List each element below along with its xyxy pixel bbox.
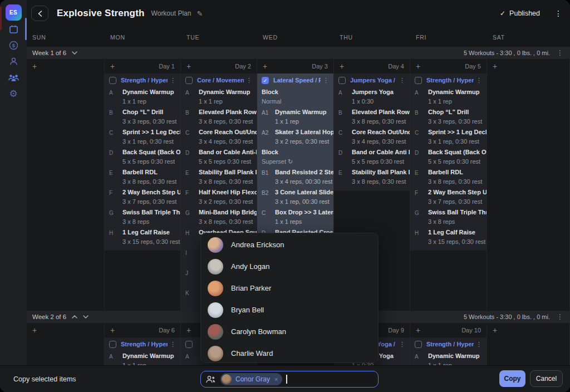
kebab-menu-icon[interactable]: ⋮ (474, 77, 482, 84)
workout-card[interactable]: ✓Lateral Speed / Plyo⋮BlockNormalA1Dynam… (257, 74, 333, 251)
workout-title-link[interactable]: Strength / Hypertro... (426, 341, 474, 347)
exercise-row[interactable]: DBack Squat (Back Off Set)5 x 5 reps 0:3… (105, 147, 180, 167)
copy-button[interactable]: Copy (499, 370, 525, 387)
workout-title-link[interactable]: Jumpers Yoga / Core (350, 77, 397, 84)
athlete-option[interactable]: Andrea Erickson (201, 234, 378, 256)
chevron-up-icon[interactable] (72, 315, 77, 318)
athlete-option[interactable]: Charlie Ward (201, 342, 378, 363)
exercise-row[interactable]: H1 Leg Calf Raise3 x 15 reps, 0:30 rest (410, 227, 487, 247)
exercise-row[interactable]: CBox Drop >> 3 Lateral H...1 x 1 reps (257, 207, 333, 227)
kebab-menu-icon[interactable]: ⋮ (397, 77, 405, 84)
chevron-down-icon[interactable] (83, 315, 89, 318)
exercise-row[interactable]: GSwiss Ball Triple Threat3 x 8 reps (410, 207, 487, 227)
back-button[interactable] (31, 6, 48, 21)
exercise-row[interactable]: H1 Leg Calf Raise3 x 15 reps, 0:30 rest (105, 227, 180, 247)
exercise-row[interactable]: BElevated Plank Row3 x 8 reps, 0:30 rest (181, 107, 257, 127)
exercise-row[interactable]: CCore Reach Out/Under3 x 4 reps, 0:30 re… (334, 127, 410, 147)
exercise-row[interactable]: BChop “L” Drill3 x 3 reps, 0:30 rest (105, 107, 180, 127)
kebab-menu-icon[interactable]: ⋮ (321, 77, 329, 84)
workout-checkbox[interactable]: ✓ (262, 77, 269, 84)
app-logo[interactable]: ES (6, 4, 22, 21)
exercise-row[interactable]: DBack Squat (Back Off Set)5 x 5 reps 0:3… (410, 147, 487, 167)
workout-card[interactable]: Strength / Hypertro...⋮ADynamic Warmup1 … (105, 337, 180, 365)
add-workout-button[interactable]: + (416, 326, 420, 335)
workout-checkbox[interactable] (109, 77, 116, 84)
exercise-row[interactable]: EBarbell RDL3 x 8 reps, 0:30 rest (105, 167, 180, 187)
add-workout-button[interactable]: + (32, 326, 37, 335)
exercise-row[interactable]: AJumpers Yoga1 x 0:30 (334, 87, 410, 107)
exercise-row[interactable]: DBand or Cable Anti-Rotati...5 x 5 reps … (181, 147, 257, 167)
workout-checkbox[interactable] (185, 77, 193, 84)
workout-checkbox[interactable] (415, 341, 422, 348)
kebab-menu-icon[interactable]: ⋮ (168, 341, 176, 348)
workout-title-link[interactable]: Core / Movement Q... (197, 77, 244, 84)
sidebar-item-teams[interactable] (0, 70, 27, 85)
assign-to-input[interactable]: Conor Gray × (200, 371, 379, 388)
add-workout-button[interactable]: + (186, 326, 191, 335)
exercise-row[interactable]: BElevated Plank Row3 x 8 reps, 0:30 rest (334, 107, 410, 127)
chip-remove-icon[interactable]: × (274, 376, 278, 383)
exercise-row[interactable]: EStability Ball Plank Linear ...3 x 8 re… (181, 167, 257, 187)
kebab-menu-icon[interactable]: ⋮ (168, 77, 176, 84)
workout-title-link[interactable]: Strength / Hypertro... (121, 77, 168, 84)
athlete-option[interactable]: Andy Logan (201, 256, 378, 277)
exercise-row[interactable]: ADynamic Warmup1 x 1 rep (105, 351, 180, 365)
header-kebab-menu-icon[interactable]: ⋮ (554, 9, 562, 18)
add-workout-button[interactable]: + (493, 62, 497, 71)
kebab-menu-icon[interactable]: ⋮ (397, 341, 405, 348)
kebab-menu-icon[interactable]: ⋮ (474, 341, 482, 348)
exercise-row[interactable]: ADynamic Warmup1 x 1 rep (105, 87, 180, 107)
add-workout-button[interactable]: + (340, 62, 344, 71)
add-workout-button[interactable]: + (110, 326, 115, 335)
workout-title-link[interactable]: Lateral Speed / Plyo (273, 77, 321, 84)
selected-athlete-chip[interactable]: Conor Gray × (220, 373, 282, 385)
workout-card[interactable]: Jumpers Yoga / Core⋮AJumpers Yoga1 x 0:3… (334, 74, 410, 190)
exercise-row[interactable]: EBarbell RDL3 x 8 reps, 0:30 rest (410, 167, 487, 187)
athlete-option[interactable]: Brian Parker (201, 277, 378, 299)
exercise-row[interactable]: CSprint >> 1 Leg Declarations3 x 1 rep, … (105, 127, 180, 147)
sidebar-item-calendar[interactable] (0, 21, 27, 37)
add-workout-button[interactable]: + (186, 62, 191, 71)
workout-checkbox[interactable] (338, 77, 346, 84)
week1-label[interactable]: Week 1 of 6 (32, 50, 66, 56)
add-workout-button[interactable]: + (110, 62, 115, 71)
published-status[interactable]: Published (509, 9, 540, 17)
exercise-row[interactable]: CCore Reach Out/Under3 x 4 reps, 0:30 re… (181, 127, 257, 147)
exercise-row[interactable]: CSprint >> 1 Leg Declarations3 x 1 rep, … (410, 127, 487, 147)
exercise-row[interactable]: GSwiss Ball Triple Threat3 x 8 reps (105, 207, 180, 227)
exercise-row[interactable]: FHalf Kneel Hip Flexor Rais...3 x 2 reps… (181, 187, 257, 207)
week2-label[interactable]: Week 2 of 6 (32, 313, 66, 320)
week2-kebab-menu-icon[interactable]: ⋮ (557, 313, 563, 321)
exercise-row[interactable]: ADynamic Warmup1 x 1 rep (410, 351, 487, 365)
exercise-row[interactable]: A1Dynamic Warmup1 x 1 rep (257, 107, 333, 127)
exercise-row[interactable]: EStability Ball Plank Linear ...3 x 8 re… (334, 167, 410, 187)
sidebar-item-payments[interactable]: $ (0, 37, 27, 53)
cancel-button[interactable]: Cancel (530, 370, 563, 387)
add-workout-button[interactable]: + (32, 62, 37, 71)
exercise-row[interactable]: B23 Cone Lateral Slide3 x 1 rep, 00:30 r… (257, 187, 333, 207)
workout-card[interactable]: Strength / Hypertro...⋮ADynamic Warmup1 … (410, 337, 487, 365)
edit-pencil-icon[interactable]: ✎ (196, 9, 203, 18)
exercise-row[interactable]: DBand or Cable Anti Rotati...5 x 5 reps … (334, 147, 410, 167)
exercise-row[interactable]: F2 Way Bench Step Up3 x 7 reps, 0:30 res… (410, 187, 487, 207)
add-workout-button[interactable]: + (263, 62, 267, 71)
sidebar-item-athletes[interactable] (0, 53, 27, 69)
exercise-row[interactable]: GMini-Band Hip Bridge w/ ...3 x 8 reps, … (181, 207, 257, 227)
workout-checkbox[interactable] (185, 341, 193, 348)
add-workout-button[interactable]: + (416, 62, 420, 71)
workout-card[interactable]: Strength / Hypertro...⋮ADynamic Warmup1 … (105, 74, 180, 251)
exercise-row[interactable]: ADynamic Warmup1 x 1 rep (181, 87, 257, 107)
exercise-row[interactable]: A2Skater 3 Lateral Hops >> ...3 x 2 reps… (257, 127, 333, 147)
workout-card[interactable]: Strength / Hypertro...⋮ADynamic Warmup1 … (410, 74, 487, 251)
workout-title-link[interactable]: Strength / Hypertro... (121, 341, 168, 347)
exercise-row[interactable]: ADynamic Warmup1 x 1 rep (410, 87, 487, 107)
exercise-row[interactable]: B1Band Resisted 2 Step Late...3 x 4 reps… (257, 167, 333, 187)
kebab-menu-icon[interactable]: ⋮ (244, 77, 252, 84)
chevron-down-icon[interactable] (72, 51, 77, 55)
workout-title-link[interactable]: Strength / Hypertro... (426, 77, 474, 84)
week1-kebab-menu-icon[interactable]: ⋮ (557, 49, 563, 57)
exercise-row[interactable]: F2 Way Bench Step Up3 x 7 reps, 0:30 res… (105, 187, 180, 207)
athlete-option[interactable]: Carolyn Bowman (201, 321, 378, 342)
workout-checkbox[interactable] (109, 341, 116, 348)
sidebar-item-settings[interactable]: ⚙ (0, 86, 27, 101)
